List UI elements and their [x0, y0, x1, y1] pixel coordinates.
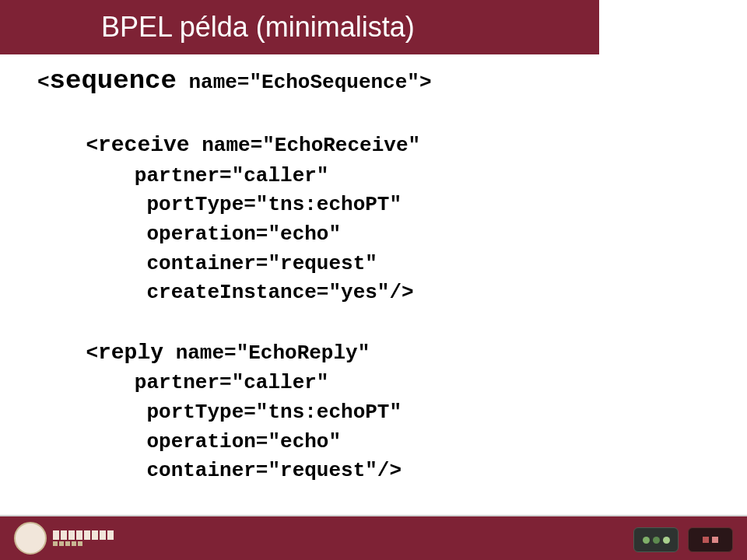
t-l5: operation="echo": [37, 222, 341, 246]
code-block: <sequence name="EchoSequence"> <receive …: [37, 62, 432, 554]
t-l11: operation="echo": [37, 430, 341, 453]
t-l1a: <: [37, 71, 50, 94]
t-l12: container="request"/>: [37, 459, 402, 482]
wordmark-bottom: [53, 541, 114, 546]
footer-badges: [633, 527, 733, 552]
t-l3: partner="caller": [37, 164, 328, 187]
slide-title: BPEL példa (minimalista): [101, 11, 415, 44]
t-l2a: <: [37, 134, 98, 157]
t-l9: partner="caller": [37, 371, 328, 394]
t-l6: container="request": [37, 252, 377, 275]
badge-green-icon: [633, 527, 679, 552]
t-l4: portType="tns:echoPT": [37, 193, 402, 216]
footer-bar: [0, 516, 747, 560]
wordmark-top: [53, 530, 114, 540]
t-l8a: <: [37, 341, 98, 365]
kw-reply: reply: [98, 341, 163, 365]
title-bar: BPEL példa (minimalista): [0, 0, 599, 54]
kw-receive: receive: [98, 133, 190, 157]
t-l2c: name="EchoReceive": [190, 134, 420, 157]
seal-icon: [14, 522, 47, 555]
wordmark-block: [53, 530, 114, 546]
badge-red-icon: [688, 527, 733, 552]
t-l10: portType="tns:echoPT": [37, 401, 402, 424]
university-logo: [14, 521, 177, 555]
t-l7: createInstance="yes"/>: [37, 281, 414, 304]
t-l1c: name="EchoSequence">: [177, 71, 432, 94]
kw-sequence-open: sequence: [50, 66, 177, 96]
t-l8c: name="EchoReply": [163, 341, 370, 365]
slide-root: BPEL példa (minimalista) <sequence name=…: [0, 0, 747, 560]
